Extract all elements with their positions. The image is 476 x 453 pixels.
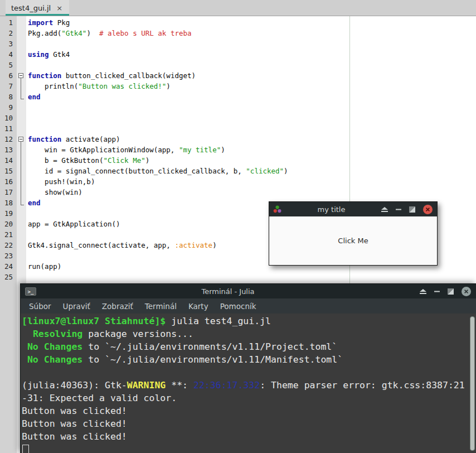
code-text: end — [26, 91, 41, 102]
fold-marker — [17, 166, 26, 176]
menu-item-terminal[interactable]: Terminál — [142, 302, 179, 311]
code-line: 1import Pkg — [0, 17, 476, 28]
shade-icon[interactable] — [381, 207, 388, 212]
code-text: Pkg.add("Gtk4") # alebo s URL ak treba — [26, 28, 192, 38]
tab-bar: test4_gui.jl × — [0, 0, 476, 16]
terminal-output[interactable]: [linux7@linux7 Stiahnuté]$ julia test4_g… — [21, 314, 476, 453]
code-line: 5 — [0, 60, 476, 70]
terminal-titlebar[interactable]: >_ Terminál - Julia — [21, 284, 476, 298]
line-number: 21 — [0, 229, 17, 240]
fold-marker — [17, 197, 26, 208]
close-icon[interactable] — [423, 205, 433, 214]
code-text: win = GtkApplicationWindow(app, "my titl… — [26, 144, 225, 155]
gtk-window: my title Click Me — [269, 201, 438, 266]
fold-space — [17, 28, 26, 38]
window-title: my title — [281, 205, 381, 214]
fold-marker[interactable] — [17, 134, 26, 144]
fold-marker[interactable] — [17, 70, 26, 81]
line-number: 15 — [0, 166, 17, 176]
code-line: 17 show(win) — [0, 187, 476, 197]
code-line: 25 — [0, 272, 476, 282]
line-number: 5 — [0, 60, 17, 70]
click-me-button[interactable]: Click Me — [334, 236, 371, 245]
fold-space — [17, 272, 26, 282]
line-number: 4 — [0, 49, 17, 60]
terminal-title: Terminál - Julia — [36, 287, 420, 296]
maximize-icon[interactable] — [448, 288, 454, 295]
line-number: 10 — [0, 113, 17, 123]
terminal-line: [linux7@linux7 Stiahnuté]$ julia test4_g… — [22, 315, 476, 327]
code-line: 14 b = GtkButton("Click Me") — [0, 155, 476, 166]
tab-test4-gui[interactable]: test4_gui.jl × — [6, 0, 69, 16]
line-number: 14 — [0, 155, 17, 166]
tab-close-icon[interactable]: × — [56, 4, 62, 12]
line-number: 17 — [0, 187, 17, 197]
code-line: 13 win = GtkApplicationWindow(app, "my t… — [0, 144, 476, 155]
minimize-icon[interactable] — [434, 291, 440, 292]
fold-space — [17, 208, 26, 219]
line-number: 16 — [0, 176, 17, 187]
fold-marker — [17, 91, 26, 102]
terminal-line — [22, 366, 476, 379]
scrollbar[interactable] — [470, 315, 475, 452]
code-text — [26, 60, 28, 70]
menu-item-zobrazit[interactable]: Zobraziť — [99, 302, 136, 311]
line-number: 7 — [0, 81, 17, 91]
code-text — [26, 229, 28, 240]
code-text: import Pkg — [26, 17, 70, 28]
line-number: 13 — [0, 144, 17, 155]
line-number: 2 — [0, 28, 17, 38]
code-text — [26, 250, 28, 261]
line-number: 6 — [0, 70, 17, 81]
terminal-window-controls — [420, 287, 471, 296]
line-number: 8 — [0, 91, 17, 102]
terminal-line: Button was clicked! — [22, 417, 476, 430]
fold-space — [17, 123, 26, 134]
terminal-line: Button was clicked! — [22, 404, 476, 417]
terminal-cursor — [22, 445, 29, 453]
menu-item-upravit[interactable]: Upraviť — [60, 302, 93, 311]
code-line: 4using Gtk4 — [0, 49, 476, 60]
menu-item-karty[interactable]: Karty — [186, 302, 211, 311]
tab-label: test4_gui.jl — [11, 4, 51, 12]
gtk-titlebar[interactable]: my title — [269, 202, 437, 216]
shade-icon[interactable] — [420, 289, 426, 294]
code-line: 3 — [0, 38, 476, 49]
code-line: 12function activate(app) — [0, 134, 476, 144]
code-line: 11 — [0, 123, 476, 134]
active-tab-underline — [6, 14, 69, 16]
gtk-window-body: Click Me — [269, 216, 437, 265]
code-line: 6function button_clicked_callback(widget… — [0, 70, 476, 81]
menu-item-pomocnik[interactable]: Pomocník — [217, 302, 259, 311]
line-number: 19 — [0, 208, 17, 219]
code-line: 9 — [0, 102, 476, 113]
terminal-window: >_ Terminál - Julia Súbor Upraviť Zo — [20, 283, 476, 453]
maximize-icon[interactable] — [409, 206, 415, 213]
code-text — [26, 113, 28, 123]
line-number: 23 — [0, 250, 17, 261]
fold-space — [17, 219, 26, 229]
menu-item-subor[interactable]: Súbor — [26, 302, 54, 311]
close-icon[interactable] — [462, 287, 471, 296]
fold-space — [17, 250, 26, 261]
code-text: id = signal_connect(button_clicked_callb… — [26, 166, 288, 176]
code-text — [26, 208, 28, 219]
fold-space — [17, 113, 26, 123]
line-number: 9 — [0, 102, 17, 113]
code-text: b = GtkButton("Click Me") — [26, 155, 149, 166]
terminal-line: No Changes to `~/.julia/environments/v1.… — [22, 340, 476, 353]
line-number: 11 — [0, 123, 17, 134]
terminal-cursor-line — [22, 443, 476, 453]
code-line: 16 push!(win,b) — [0, 176, 476, 187]
fold-marker — [17, 155, 26, 166]
fold-space — [17, 60, 26, 70]
code-line: 2Pkg.add("Gtk4") # alebo s URL ak treba — [0, 28, 476, 38]
scrollbar-thumb[interactable] — [470, 316, 475, 451]
minimize-icon[interactable] — [396, 209, 401, 210]
julia-logo-icon — [273, 205, 281, 213]
code-text: println("Button was clicked!") — [26, 81, 171, 91]
fold-space — [17, 38, 26, 49]
code-text: push!(win,b) — [26, 176, 95, 187]
code-text: end — [26, 197, 41, 208]
fold-marker — [17, 81, 26, 91]
